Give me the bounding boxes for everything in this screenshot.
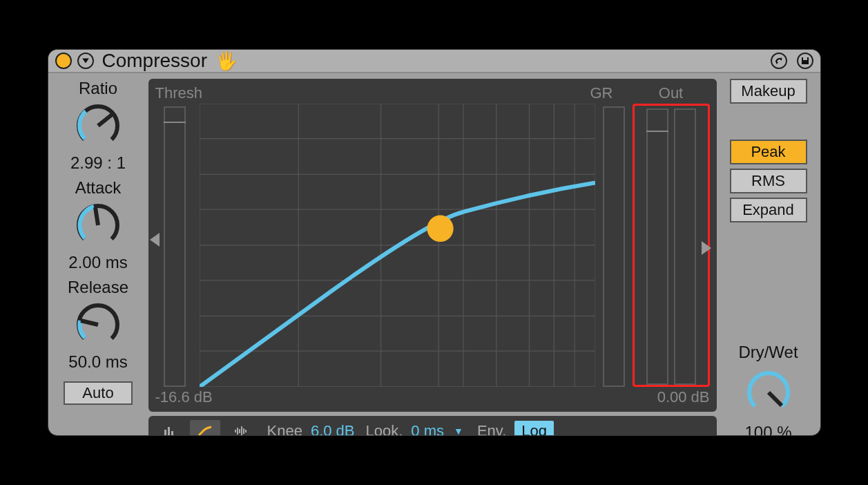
svg-line-6	[98, 115, 112, 126]
bottom-toolbar: Knee 6.0 dB Look. 0 ms ▼ Env. Log	[148, 416, 717, 436]
transfer-curve-line	[200, 183, 595, 387]
auto-release-button[interactable]: Auto	[64, 381, 133, 405]
ratio-knob[interactable]	[73, 101, 123, 151]
svg-rect-4	[803, 57, 807, 60]
attack-knob[interactable]	[73, 200, 123, 250]
out-header-label: Out	[633, 84, 710, 102]
bars-icon	[162, 424, 176, 436]
view-transfer-curve-button[interactable]	[190, 420, 220, 436]
device-enable-button[interactable]	[55, 53, 72, 69]
attack-label: Attack	[75, 178, 122, 198]
threshold-marker[interactable]	[427, 216, 453, 242]
device-title: Compressor	[102, 50, 207, 72]
svg-rect-30	[164, 430, 166, 435]
output-slider-tick	[646, 131, 668, 132]
threshold-slider[interactable]	[164, 106, 186, 387]
drywet-value[interactable]: 100 %	[744, 423, 791, 436]
threshold-column	[155, 104, 194, 387]
makeup-button[interactable]: Makeup	[730, 79, 807, 104]
hand-icon: 🖐	[215, 50, 238, 72]
lookahead-label: Look.	[366, 422, 403, 436]
gain-reduction-meter	[603, 106, 625, 387]
save-button[interactable]	[797, 53, 813, 69]
knee-value[interactable]: 6.0 dB	[311, 422, 355, 436]
waveform-icon	[233, 424, 249, 436]
thresh-header-label: Thresh	[155, 84, 202, 102]
device-titlebar: Compressor 🖐	[48, 50, 820, 73]
gain-reduction-column	[601, 104, 627, 387]
envelope-log-button[interactable]: Log	[514, 421, 554, 436]
output-meter-right	[674, 108, 696, 385]
threshold-value[interactable]: -16.6 dB	[155, 388, 213, 406]
ratio-value[interactable]: 2.99 : 1	[70, 153, 126, 173]
ratio-label: Ratio	[79, 79, 117, 98]
peak-mode-button[interactable]: Peak	[730, 140, 807, 164]
svg-line-10	[81, 321, 98, 325]
rms-mode-button[interactable]: RMS	[730, 169, 807, 193]
output-gain-value[interactable]: 0.00 dB	[630, 388, 710, 406]
lookahead-value[interactable]: 0 ms	[411, 422, 444, 436]
view-collapsed-button[interactable]	[154, 420, 184, 436]
expand-mode-button[interactable]: Expand	[730, 198, 807, 222]
attack-value[interactable]: 2.00 ms	[68, 253, 127, 272]
view-activity-button[interactable]	[226, 420, 256, 436]
svg-rect-31	[168, 427, 170, 435]
lookahead-dropdown-icon[interactable]: ▼	[454, 426, 463, 436]
release-value[interactable]: 50.0 ms	[68, 352, 127, 372]
release-knob[interactable]	[73, 300, 123, 350]
compressor-device: Compressor 🖐 Ratio	[48, 49, 821, 436]
release-label: Release	[68, 278, 128, 297]
curve-icon	[197, 424, 213, 436]
svg-rect-32	[171, 431, 173, 435]
left-parameters: Ratio 2.99 : 1 Attack 2.00 ms Release	[55, 79, 142, 436]
device-body: Ratio 2.99 : 1 Attack 2.00 ms Release	[48, 73, 820, 436]
center-panel: Thresh GR Out	[148, 79, 717, 436]
output-column-highlighted	[633, 104, 710, 387]
threshold-slider-handle[interactable]	[164, 122, 186, 123]
svg-marker-2	[776, 61, 778, 64]
swap-button[interactable]	[771, 53, 787, 69]
svg-marker-1	[780, 57, 782, 61]
transfer-curve-area[interactable]	[200, 104, 595, 387]
svg-marker-0	[82, 58, 89, 63]
svg-line-8	[95, 207, 98, 225]
triangle-down-icon	[81, 57, 90, 65]
svg-line-40	[769, 392, 782, 406]
visualization-panel: Thresh GR Out	[148, 79, 717, 412]
save-icon	[800, 56, 810, 66]
output-meter-left	[646, 108, 668, 385]
output-arrow-icon[interactable]	[702, 241, 711, 255]
envelope-label: Env.	[477, 422, 506, 436]
knee-label: Knee	[267, 422, 302, 436]
swap-icon	[774, 56, 784, 66]
drywet-knob[interactable]	[744, 368, 793, 417]
preset-dropdown-button[interactable]	[77, 53, 94, 69]
threshold-arrow-icon	[150, 233, 160, 247]
right-parameters: Makeup Peak RMS Expand Dry/Wet 100 %	[724, 79, 813, 436]
gr-header-label: GR	[590, 84, 613, 102]
drywet-label: Dry/Wet	[738, 343, 798, 362]
